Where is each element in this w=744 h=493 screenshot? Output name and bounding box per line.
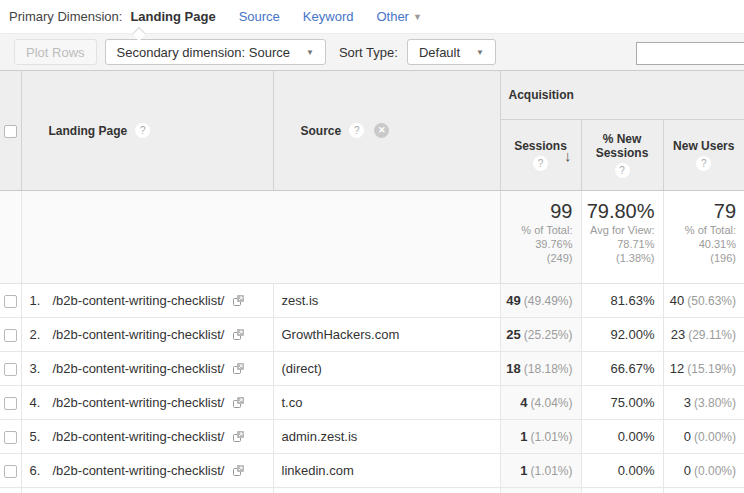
source-column-header[interactable]: Source ? ✕ [273,71,500,191]
new-users-pct: (15.19%) [687,362,736,376]
dimension-tab-landing-page[interactable]: Landing Page [130,9,215,24]
totals-new-users-line: 40.31% [664,237,737,251]
analytics-report-page: Primary Dimension: Landing Page Source K… [0,0,744,493]
sessions-pct: (18.18%) [524,362,573,376]
row-select-cell [0,454,21,488]
new-users-cell: 12(15.19%) [663,352,744,386]
source-cell: linkedin.com [273,454,500,488]
source-header-label: Source [301,124,342,138]
plot-rows-button[interactable]: Plot Rows [14,39,97,65]
dimension-tab-other[interactable]: Other▼ [376,9,421,24]
new-users-value: 3 [684,395,691,410]
open-page-icon[interactable] [232,396,245,409]
landing-page-sources-table: Landing Page ? Source ? ✕ Acquisition [0,70,744,493]
totals-sessions-line: 39.76% [501,237,573,251]
landing-page-cell: 1. /b2b-content-writing-checklist/ [21,284,273,318]
landing-page-value: /b2b-content-writing-checklist/ [53,429,225,444]
sessions-value: 1 [520,429,527,444]
sessions-value: 4 [520,395,527,410]
row-index: 2. [30,327,53,342]
landing-page-cell: 4. /b2b-content-writing-checklist/ [21,386,273,420]
row-checkbox[interactable] [4,431,17,444]
sessions-pct: (4.04%) [530,396,572,410]
row-index: 1. [30,293,53,308]
new-users-cell: 0(0.00%) [663,454,744,488]
table-row-partial [0,488,744,493]
source-cell: t.co [273,386,500,420]
table-row: 6. /b2b-content-writing-checklist/ linke… [0,454,744,488]
sessions-column-header[interactable]: Sessions ? ↓ [500,120,581,191]
open-page-icon[interactable] [232,328,245,341]
chevron-down-icon: ▼ [413,12,422,22]
landing-page-cell: 6. /b2b-content-writing-checklist/ [21,454,273,488]
secondary-dimension-dropdown[interactable]: Secondary dimension: Source▼ [105,39,326,65]
row-checkbox[interactable] [4,329,17,342]
new-sessions-header-label: % New Sessions [594,132,650,160]
sessions-pct: (49.49%) [524,294,573,308]
new-sessions-column-header[interactable]: % New Sessions ? [581,120,663,191]
new-users-pct: (0.00%) [694,430,736,444]
row-checkbox[interactable] [4,363,17,376]
new-users-cell: 23(29.11%) [663,318,744,352]
landing-page-cell: 3. /b2b-content-writing-checklist/ [21,352,273,386]
help-icon[interactable]: ? [696,156,711,171]
sessions-cell: 49(49.49%) [500,284,581,318]
landing-page-header-label: Landing Page [49,124,128,138]
open-page-icon[interactable] [232,294,245,307]
totals-new-sessions-cell: 79.80% Avg for View: 78.71% (1.38%) [581,191,663,284]
table-toolbar: Plot Rows Secondary dimension: Source▼ S… [0,33,744,70]
totals-new-sessions-line: Avg for View: [582,223,655,237]
new-sessions-cell: 92.00% [581,318,663,352]
sessions-cell: 18(18.18%) [500,352,581,386]
landing-page-value: /b2b-content-writing-checklist/ [53,361,225,376]
sessions-cell [500,488,581,493]
sessions-cell: 25(25.25%) [500,318,581,352]
row-checkbox[interactable] [4,465,17,478]
row-checkbox[interactable] [4,295,17,308]
table-header-group-row: Landing Page ? Source ? ✕ Acquisition [0,71,744,120]
open-page-icon[interactable] [232,430,245,443]
new-users-pct: (50.63%) [687,294,736,308]
sessions-value: 1 [520,463,527,478]
sort-descending-icon[interactable]: ↓ [564,147,572,164]
new-users-cell [663,488,744,493]
sort-type-dropdown[interactable]: Default▼ [407,39,496,65]
new-users-column-header[interactable]: New Users ? [663,120,744,191]
search-input[interactable] [636,42,744,65]
landing-page-column-header[interactable]: Landing Page ? [21,71,273,191]
sessions-cell: 4(4.04%) [500,386,581,420]
new-users-pct: (0.00%) [694,464,736,478]
totals-new-users-cell: 79 % of Total: 40.31% (196) [663,191,744,284]
landing-page-cell: 2. /b2b-content-writing-checklist/ [21,318,273,352]
primary-dimension-label: Primary Dimension: [9,9,122,24]
row-select-cell [0,352,21,386]
row-checkbox[interactable] [4,397,17,410]
help-icon[interactable]: ? [349,123,364,138]
sort-type-value: Default [419,45,460,60]
totals-new-sessions-line: 78.71% [582,237,655,251]
new-users-pct: (29.11%) [688,328,736,342]
new-users-value: 23 [671,327,685,342]
dimension-tab-other-label: Other [376,9,409,24]
select-all-checkbox[interactable] [4,125,17,138]
sessions-header-label: Sessions [514,139,567,153]
open-page-icon[interactable] [232,362,245,375]
new-sessions-cell: 0.00% [581,454,663,488]
help-icon[interactable]: ? [615,163,630,178]
row-select-cell [0,420,21,454]
sessions-cell: 1(1.01%) [500,420,581,454]
help-icon[interactable]: ? [135,123,150,138]
help-icon[interactable]: ? [533,156,548,171]
dimension-tab-source[interactable]: Source [239,9,280,24]
totals-new-sessions-line: (1.38%) [582,251,655,265]
row-index: 6. [30,463,53,478]
open-page-icon[interactable] [232,464,245,477]
row-index: 4. [30,395,53,410]
source-cell: zest.is [273,284,500,318]
remove-secondary-dimension-icon[interactable]: ✕ [374,123,389,138]
totals-sessions-cell: 99 % of Total: 39.76% (249) [500,191,581,284]
landing-page-value: /b2b-content-writing-checklist/ [53,463,225,478]
dimension-tab-keyword[interactable]: Keyword [303,9,354,24]
landing-page-cell: 5. /b2b-content-writing-checklist/ [21,420,273,454]
sessions-pct: (1.01%) [530,430,572,444]
